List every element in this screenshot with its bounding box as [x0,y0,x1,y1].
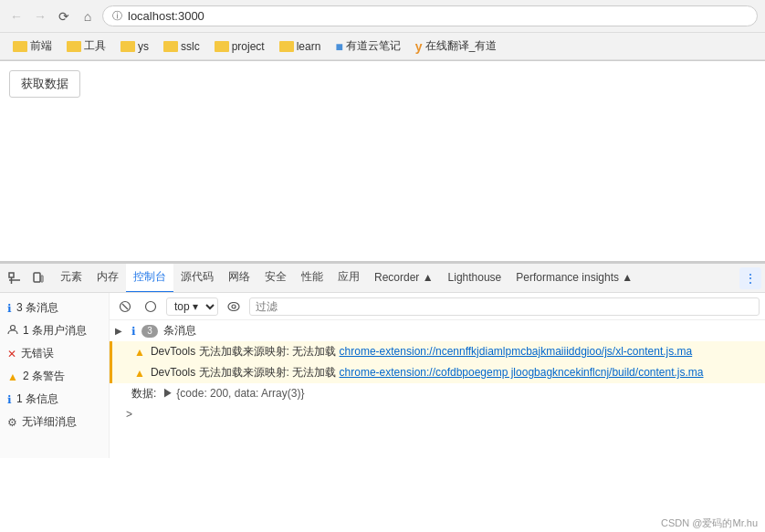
message-count-badge: 3 [141,325,158,338]
filter-label: 3 条消息 [16,300,58,316]
bookmark-learn[interactable]: learn [274,38,327,55]
devtools-tabs: 元素 内存 控制台 源代码 网络 安全 性能 应用 Recorder ▲ Lig… [0,264,765,293]
svg-point-5 [11,326,16,330]
filter-info[interactable]: ℹ 1 条信息 [0,388,109,411]
expand-arrow-icon: ▶ [115,326,126,336]
filter-verbose[interactable]: ⚙ 无详细消息 [0,411,109,433]
filter-label: 无详细消息 [22,414,77,430]
folder-icon [279,41,294,52]
filter-label: 无错误 [21,346,54,361]
warning-link-2[interactable]: chrome-extension://cofdbpoegemp jloogbag… [340,366,704,379]
bookmark-youdao-notes[interactable]: ■ 有道云笔记 [330,37,405,56]
filter-label: 1 条用户消息 [23,323,87,339]
console-left-panel: ℹ 3 条消息 1 条用户消息 ✕ 无错误 ▲ 2 条警告 ℹ 1 条信息 [0,293,110,458]
data-message-row[interactable]: 数据: ▶ {code: 200, data: Array(3)} [110,383,765,404]
message-group-row[interactable]: ▶ ℹ 3 条消息 [110,320,765,341]
tab-application[interactable]: 应用 [330,264,367,293]
tab-sources[interactable]: 源代码 [173,264,221,293]
forward-button[interactable]: → [31,7,49,26]
tab-console[interactable]: 控制台 [126,264,173,293]
tab-elements[interactable]: 元素 [53,264,89,293]
folder-icon [67,41,81,52]
console-toolbar: top ▾ [110,293,765,320]
bookmark-label: 前端 [30,38,52,54]
svg-line-7 [122,304,128,309]
warning-triangle-icon: ▲ [134,346,145,359]
console-cursor: > [126,408,132,421]
warning-text-2: DevTools 无法加载来源映射: 无法加载 chrome-extension… [151,365,760,381]
tab-memory[interactable]: 内存 [89,264,126,293]
warning-text-1: DevTools 无法加载来源映射: 无法加载 chrome-extension… [151,344,760,360]
tab-performance[interactable]: 性能 [294,264,330,293]
console-filter-input[interactable] [249,297,760,316]
filter-all-messages[interactable]: ℹ 3 条消息 [0,297,109,319]
bookmark-label: 在线翻译_有道 [425,38,498,54]
reload-button[interactable]: ⟳ [55,7,73,26]
youdao-notes-icon: ■ [335,39,342,54]
folder-icon [121,41,135,52]
warning-triangle-icon-2: ▲ [134,367,145,380]
lock-icon: ⓘ [112,9,122,23]
filter-user-messages[interactable]: 1 条用户消息 [0,319,109,342]
data-message-text: 数据: ▶ {code: 200, data: Array(3)} [131,386,760,402]
address-bar[interactable]: ⓘ localhost:3000 [102,5,758,26]
folder-icon [163,41,178,52]
preserve-log-button[interactable] [141,297,161,317]
bookmark-label: learn [297,40,321,53]
watermark: CSDN @爱码的Mr.hu [661,516,758,530]
console-right-panel: top ▾ ▶ ℹ 3 条消息 ▲ [110,293,765,458]
folder-icon [13,41,27,52]
filter-errors[interactable]: ✕ 无错误 [0,342,109,365]
eye-button[interactable] [224,297,244,317]
back-button[interactable]: ← [7,7,26,26]
get-data-button[interactable]: 获取数据 [9,70,80,98]
clear-console-button[interactable] [115,297,135,317]
devtools-settings-icon[interactable]: ⋮ [739,267,761,289]
tab-recorder[interactable]: Recorder ▲ [367,264,441,293]
bookmark-project[interactable]: project [209,38,270,55]
tab-security[interactable]: 安全 [257,264,294,293]
console-cursor-row[interactable]: > [110,404,765,424]
svg-point-9 [228,302,239,310]
page-content: 获取数据 [0,61,765,262]
warning-message-2[interactable]: ▲ DevTools 无法加载来源映射: 无法加载 chrome-extensi… [110,362,765,383]
context-selector[interactable]: top ▾ [166,297,218,316]
tab-network[interactable]: 网络 [221,264,257,293]
bookmarks-bar: 前端 工具 ys sslc project learn ■ 有道云笔记 y 在线… [0,33,765,60]
svg-rect-4 [41,276,43,282]
warning-message-1[interactable]: ▲ DevTools 无法加载来源映射: 无法加载 chrome-extensi… [110,341,765,362]
devtools-panel: 元素 内存 控制台 源代码 网络 安全 性能 应用 Recorder ▲ Lig… [0,262,765,458]
message-group-label: 条消息 [163,323,760,339]
svg-rect-0 [9,273,14,277]
svg-rect-3 [34,273,40,282]
home-button[interactable]: ⌂ [79,7,97,26]
bookmark-label: ys [138,40,149,53]
bookmark-ys[interactable]: ys [115,38,154,55]
devtools-inspect-icon[interactable] [4,267,26,289]
warning-link-1[interactable]: chrome-extension://ncennffkjdiamlpmcbajk… [340,345,693,358]
filter-label: 2 条警告 [23,369,65,384]
warning-icon: ▲ [7,370,18,383]
bookmark-前端[interactable]: 前端 [7,37,58,56]
bookmark-youdao-translate[interactable]: y 在线翻译_有道 [410,37,502,56]
console-messages: ▶ ℹ 3 条消息 ▲ DevTools 无法加载来源映射: 无法加载 chro… [110,320,765,458]
group-info-icon: ℹ [131,325,136,338]
filter-warnings[interactable]: ▲ 2 条警告 [0,365,109,388]
bookmark-工具[interactable]: 工具 [61,37,111,56]
devtools-main: ℹ 3 条消息 1 条用户消息 ✕ 无错误 ▲ 2 条警告 ℹ 1 条信息 [0,293,765,458]
gear-icon: ⚙ [7,416,17,429]
tab-lighthouse[interactable]: Lighthouse [441,264,509,293]
svg-point-10 [232,305,236,308]
bookmark-label: 有道云笔记 [346,38,401,54]
svg-point-8 [146,301,156,311]
youdao-translate-icon: y [415,39,423,54]
bookmark-sslc[interactable]: sslc [158,38,205,55]
tab-performance-insights[interactable]: Performance insights ▲ [508,264,640,293]
nav-bar: ← → ⟳ ⌂ ⓘ localhost:3000 [0,0,765,33]
url-text: localhost:3000 [128,9,204,23]
bookmark-label: project [232,40,265,53]
bookmark-label: 工具 [84,38,106,54]
bookmark-label: sslc [181,40,200,53]
devtools-device-icon[interactable] [27,267,49,289]
info-icon: ℹ [7,393,12,406]
